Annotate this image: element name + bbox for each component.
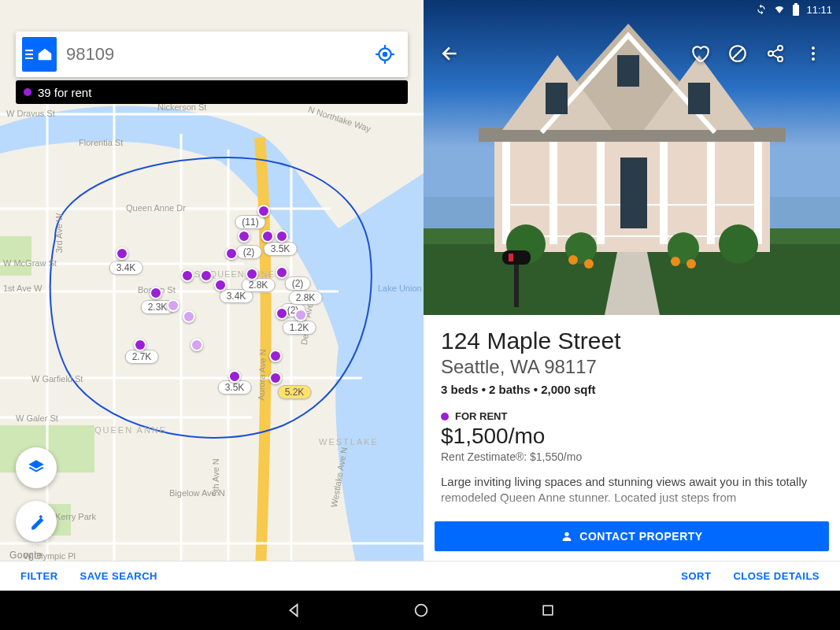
save-search-button[interactable]: SAVE SEARCH [80,570,157,582]
share-button[interactable] [757,35,794,72]
map-price-pill[interactable]: 2.7K [125,350,159,364]
street-label: W Galer St [16,413,58,423]
nav-back-icon[interactable] [285,602,302,619]
svg-line-57 [731,47,743,59]
water-label: Lake Union [378,284,422,293]
map-pin[interactable] [294,309,307,321]
map-pin[interactable] [200,269,213,282]
svg-rect-33 [502,142,510,244]
close-details-button[interactable]: CLOSE DETAILS [733,570,820,582]
detail-pane: 11:11 [424,0,840,591]
map-pin[interactable] [276,230,288,243]
address-line: 124 Maple Street [441,328,823,354]
sort-button[interactable]: SORT [681,570,711,582]
svg-rect-55 [509,254,513,261]
back-button[interactable] [431,35,469,72]
street-label: W Dravus St [6,109,55,118]
map-cluster-pill[interactable]: (2) [236,245,262,259]
detail-bottom-bar: SORT CLOSE DETAILS [424,561,840,591]
neighborhood-label: WESTLAKE [319,437,379,447]
map-price-pill[interactable]: 3.5K [264,242,298,256]
favorite-button[interactable] [681,35,719,72]
map-pin[interactable] [269,372,282,384]
svg-point-58 [778,46,783,50]
svg-point-46 [719,224,758,264]
svg-rect-37 [707,142,715,244]
street-label: Florentia St [79,138,123,147]
layers-icon [26,458,46,478]
map-pin[interactable] [225,247,238,260]
svg-point-51 [671,257,680,266]
overflow-button[interactable] [794,35,832,72]
map-pin[interactable] [276,266,288,279]
map-price-pill[interactable]: 1.2K [283,321,316,335]
split-view: W Dravus St Nickerson St N Northlake Way… [0,0,840,591]
map-price-pill[interactable]: 3.4K [109,261,143,275]
street-label: 5th Ave N [211,458,220,496]
map-pin[interactable] [181,269,194,282]
menu-logo-button[interactable] [22,37,57,72]
svg-rect-34 [550,142,557,244]
filter-button[interactable]: FILTER [20,570,58,582]
street-label: Aurora Ave N [256,349,267,401]
android-nav-bar [0,591,840,630]
map-pin[interactable] [183,310,195,323]
contact-property-button[interactable]: CONTACT PROPERTY [435,521,829,551]
search-input[interactable] [66,44,364,65]
map-pin[interactable] [269,350,282,362]
nav-recents-icon[interactable] [540,602,556,618]
locate-button[interactable] [373,43,397,66]
street-label: W Garfield St [31,374,83,384]
draw-search-button[interactable] [16,501,57,542]
layers-button[interactable] [16,447,57,488]
street-label: Queen Anne Dr [126,203,186,213]
map-pin[interactable] [238,230,250,243]
city-state-line: Seattle, WA 98117 [441,356,823,378]
map-pin[interactable] [261,230,274,243]
map-price-pill[interactable]: 2.8K [289,291,323,305]
map-pin[interactable] [134,339,146,351]
stats-line: 3 beds • 2 baths • 2,000 sqft [441,383,823,396]
neighborhood-label: QUEEN ANNE [94,425,167,435]
svg-rect-41 [546,83,568,114]
svg-line-62 [773,55,779,58]
hand-draw-icon [25,510,47,532]
map-pin[interactable] [167,299,179,312]
map-price-pill[interactable]: 2.8K [242,278,276,292]
svg-rect-36 [660,142,668,244]
map-cluster-pill[interactable]: (2) [285,276,311,291]
map-pin[interactable] [246,268,258,280]
map-pane[interactable]: W Dravus St Nickerson St N Northlake Way… [0,0,424,591]
svg-point-65 [812,57,815,61]
svg-point-60 [778,57,783,61]
results-count-label: 39 for rent [38,86,91,99]
map-pin[interactable] [228,370,241,383]
map-pin[interactable] [214,279,227,291]
photo-action-bar [424,32,840,76]
map-pin[interactable] [191,339,203,351]
map-pin[interactable] [116,247,128,260]
crosshair-icon [375,44,395,65]
map-pin[interactable] [276,307,288,320]
more-vert-icon [804,44,823,63]
map-price-pill[interactable]: 5.2K [278,385,312,399]
person-icon [561,530,573,543]
svg-rect-44 [620,158,647,228]
svg-point-66 [565,532,569,536]
svg-rect-68 [543,606,553,615]
svg-point-59 [768,51,773,56]
map-pin[interactable] [257,205,270,217]
hide-button[interactable] [719,35,757,72]
results-count-chip: 39 for rent [16,80,408,104]
listing-status: FOR RENT [441,410,823,422]
contact-label: CONTACT PROPERTY [579,530,702,543]
block-icon [727,43,748,64]
nav-home-icon[interactable] [413,602,430,619]
map-pin[interactable] [150,287,162,299]
battery-icon [792,3,800,16]
svg-rect-43 [688,83,710,114]
svg-rect-22 [793,5,799,16]
map-cluster-pill[interactable]: (11) [235,215,265,229]
svg-rect-35 [597,142,605,244]
search-bar [16,32,408,77]
